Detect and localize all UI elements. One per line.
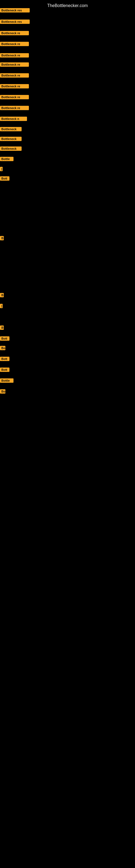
bottleneck-badge-18: B bbox=[0, 236, 4, 240]
bottleneck-badge-26: Bottle bbox=[0, 378, 13, 383]
bottleneck-badge-6: Bottleneck re bbox=[0, 62, 29, 67]
bottleneck-badge-4: Bottleneck re bbox=[0, 42, 29, 46]
bottleneck-badge-15: Bottle bbox=[0, 157, 13, 161]
bottleneck-badge-10: Bottleneck re bbox=[0, 106, 29, 110]
bottleneck-badge-2: Bottleneck res bbox=[0, 20, 30, 24]
bottleneck-badge-19: B bbox=[0, 293, 4, 297]
bottleneck-badge-3: Bottleneck re bbox=[0, 31, 29, 35]
bottleneck-badge-9: Bottleneck re bbox=[0, 95, 29, 99]
bottleneck-badge-23: Bo bbox=[0, 346, 5, 350]
bottleneck-badge-20: | bbox=[0, 304, 3, 308]
bottleneck-badge-12: Bottleneck bbox=[0, 127, 21, 131]
bottleneck-badge-17: Bott bbox=[0, 176, 9, 181]
bottleneck-badge-11: Bottleneck n bbox=[0, 117, 27, 121]
bottleneck-badge-7: Bottleneck re bbox=[0, 73, 29, 78]
bottleneck-badge-14: Bottleneck bbox=[0, 147, 21, 151]
bottleneck-badge-1: Bottleneck res bbox=[0, 8, 30, 12]
bottleneck-badge-25: Bott bbox=[0, 368, 9, 372]
bottleneck-badge-27: Bo bbox=[0, 389, 5, 394]
bottleneck-badge-13: Bottleneck bbox=[0, 137, 21, 141]
bottleneck-badge-22: Bott bbox=[0, 336, 9, 341]
bottleneck-badge-16: | bbox=[0, 167, 3, 171]
bottleneck-badge-21: B bbox=[0, 326, 4, 330]
bottleneck-badge-8: Bottleneck re bbox=[0, 84, 29, 88]
bottleneck-badge-24: Bott bbox=[0, 357, 9, 361]
bottleneck-badge-5: Bottleneck re bbox=[0, 53, 29, 58]
